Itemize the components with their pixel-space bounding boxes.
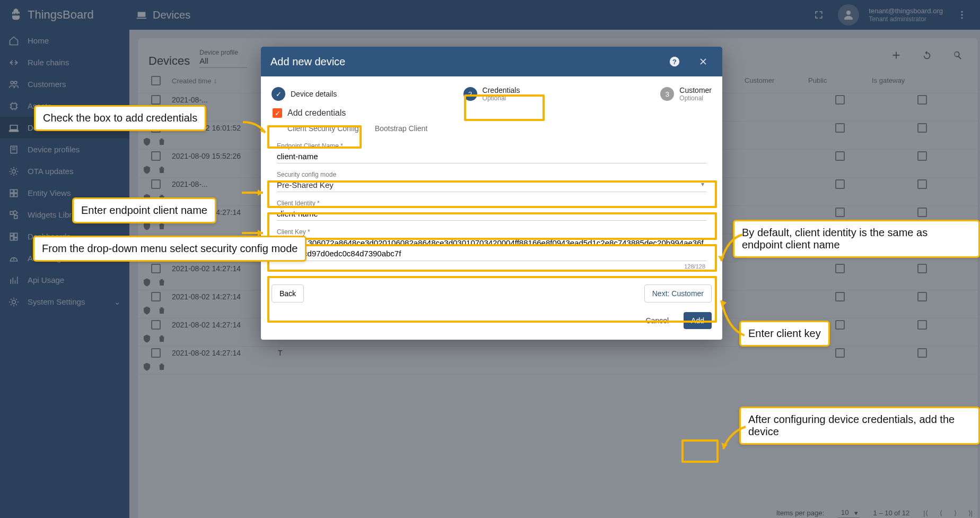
annotation-key: Enter client key [739, 321, 830, 347]
add-credentials-row[interactable]: ✓ Add credentials [261, 105, 722, 124]
help-icon[interactable]: ? [665, 52, 684, 71]
cancel-button[interactable]: Cancel [638, 312, 676, 329]
step-2-icon: 2 [463, 87, 477, 101]
key-label: Client Key * [277, 228, 706, 236]
arrow-icon [241, 225, 270, 241]
stepper: ✓ Device details 2 Credentials Optional … [261, 76, 722, 105]
arrow-icon [719, 425, 749, 454]
arrow-icon [242, 117, 269, 138]
tab-bootstrap-client[interactable]: Bootstrap Client [375, 124, 428, 133]
security-mode-field[interactable]: Security config mode Pre-Shared Key ▾ [272, 169, 712, 193]
step-device-details[interactable]: ✓ Device details [272, 87, 418, 101]
endpoint-client-name-field: Endpoint Client Name * [272, 140, 712, 165]
endpoint-label: Endpoint Client Name * [277, 142, 706, 150]
add-button[interactable]: Add [684, 312, 712, 329]
identity-input[interactable] [277, 207, 706, 221]
dialog-title: Add new device [270, 56, 345, 68]
annotation-add: After configuring device credentials, ad… [739, 407, 980, 445]
add-credentials-label: Add credentials [287, 108, 346, 118]
close-icon[interactable] [694, 52, 713, 71]
arrow-icon [241, 185, 270, 201]
add-credentials-checkbox[interactable]: ✓ [273, 108, 282, 118]
arrow-icon [717, 234, 743, 265]
client-identity-field: Client Identity * [272, 197, 712, 222]
step-customer[interactable]: 3 Customer Optional [565, 86, 712, 102]
arrow-icon [717, 297, 749, 340]
key-count: 128/128 [684, 263, 705, 270]
mode-value: Pre-Shared Key [277, 178, 706, 192]
step-credentials[interactable]: 2 Credentials Optional [418, 86, 565, 102]
annotation-endpoint: Enter endpoint client name [72, 197, 216, 223]
svg-text:?: ? [672, 58, 677, 66]
annotation-identity: By default, client identity is the same … [733, 220, 980, 258]
back-button[interactable]: Back [272, 284, 304, 303]
key-input[interactable] [277, 236, 706, 261]
check-icon: ✓ [272, 87, 285, 101]
endpoint-input[interactable] [277, 150, 706, 163]
identity-label: Client Identity * [277, 200, 706, 207]
tab-client-security[interactable]: Client Security Config [287, 124, 359, 133]
step-3-icon: 3 [660, 87, 674, 101]
next-customer-button[interactable]: Next: Customer [644, 284, 712, 303]
client-key-field: Client Key * 128/128 [272, 226, 712, 271]
chevron-down-icon: ▾ [701, 180, 704, 188]
mode-label: Security config mode [277, 171, 706, 178]
annotation-add-cred: Check the box to add credentials [34, 105, 206, 131]
add-device-dialog: Add new device ? ✓ Device details 2 Cred… [261, 47, 722, 340]
